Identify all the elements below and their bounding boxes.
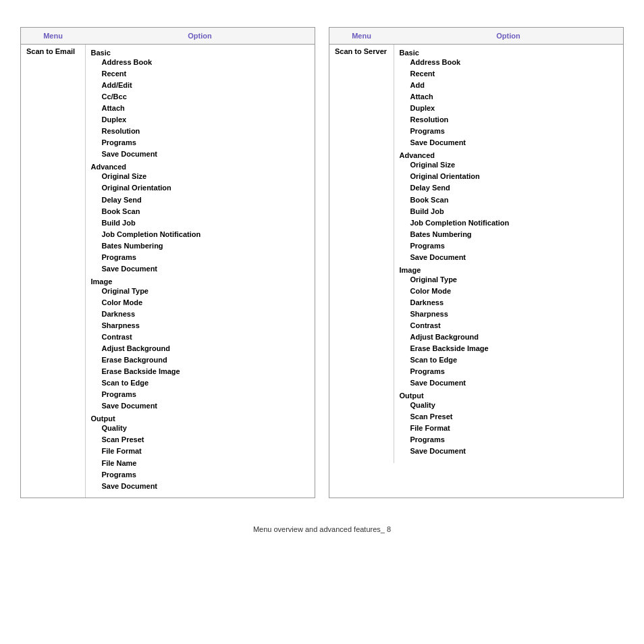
list-item: Original Orientation <box>400 171 618 182</box>
list-item: Address Book <box>400 57 618 68</box>
table1: Menu Option Scan to Email Basic Address … <box>21 28 315 498</box>
list-item: Adjust Background <box>400 331 618 343</box>
list-item: Build Job <box>91 217 310 229</box>
list-item: Original Type <box>91 286 310 297</box>
category-image-1: Image <box>91 277 310 286</box>
list-item: Contrast <box>400 320 618 331</box>
list-item: Contrast <box>91 331 310 343</box>
table-row: Scan to Server Basic Address Book Recent… <box>329 45 623 463</box>
list-item: Programs <box>91 137 310 149</box>
category-output-1: Output <box>91 414 310 423</box>
list-item: Erase Backside Image <box>91 366 310 377</box>
list-item: Quality <box>91 423 310 434</box>
list-item: Add/Edit <box>91 80 310 91</box>
page: Menu Option Scan to Email Basic Address … <box>0 0 644 560</box>
list-item: Delay Send <box>400 182 618 194</box>
list-item: Programs <box>91 389 310 400</box>
table1-wrapper: Menu Option Scan to Email Basic Address … <box>20 27 315 498</box>
list-item: Job Completion Notification <box>400 217 618 229</box>
list-item: Sharpness <box>400 308 618 320</box>
table2-menu-header: Menu <box>329 28 394 45</box>
list-item: Scan Preset <box>400 411 618 423</box>
category-advanced-2: Advanced <box>400 151 618 159</box>
list-item: Save Document <box>91 263 310 275</box>
list-item: Darkness <box>400 297 618 308</box>
option-cell-scan-email: Basic Address Book Recent Add/Edit Cc/Bc… <box>85 45 315 498</box>
table1-menu-header: Menu <box>21 28 85 45</box>
table1-option-header: Option <box>85 28 315 45</box>
table2-wrapper: Menu Option Scan to Server Basic Address… <box>329 27 624 498</box>
list-item: Save Document <box>91 149 310 160</box>
list-item: Programs <box>400 126 618 137</box>
list-item: Original Orientation <box>91 182 310 194</box>
list-item: Attach <box>91 103 310 114</box>
list-item: File Name <box>91 458 310 469</box>
table2: Menu Option Scan to Server Basic Address… <box>329 28 623 463</box>
list-item: File Format <box>400 423 618 434</box>
list-item: Save Document <box>400 252 618 263</box>
list-item: Quality <box>400 400 618 411</box>
table2-option-header: Option <box>394 28 623 45</box>
category-image-2: Image <box>400 266 618 274</box>
list-item: Save Document <box>400 377 618 389</box>
list-item: Bates Numbering <box>91 240 310 252</box>
list-item: Scan to Edge <box>400 354 618 366</box>
list-item: Programs <box>91 469 310 481</box>
list-item: Sharpness <box>91 320 310 331</box>
menu-cell-scan-server: Scan to Server <box>329 45 394 463</box>
list-item: Save Document <box>400 446 618 457</box>
list-item: Erase Background <box>91 354 310 366</box>
category-basic-1: Basic <box>91 49 310 57</box>
menu-cell-scan-email: Scan to Email <box>21 45 85 498</box>
list-item: Resolution <box>400 114 618 126</box>
category-output-2: Output <box>400 392 618 400</box>
list-item: Save Document <box>91 400 310 412</box>
list-item: Job Completion Notification <box>91 229 310 240</box>
list-item: Scan Preset <box>91 434 310 446</box>
list-item: Color Mode <box>91 297 310 308</box>
option-cell-scan-server: Basic Address Book Recent Add Attach Dup… <box>394 45 623 463</box>
list-item: Programs <box>91 252 310 263</box>
list-item: Delay Send <box>91 194 310 206</box>
tables-container: Menu Option Scan to Email Basic Address … <box>20 27 624 498</box>
list-item: Programs <box>400 240 618 252</box>
list-item: Book Scan <box>91 206 310 217</box>
list-item: Adjust Background <box>91 343 310 354</box>
list-item: Erase Backside Image <box>400 343 618 354</box>
list-item: Programs <box>400 434 618 446</box>
list-item: Attach <box>400 91 618 103</box>
list-item: Duplex <box>400 103 618 114</box>
list-item: Color Mode <box>400 286 618 297</box>
list-item: Book Scan <box>400 194 618 206</box>
list-item: Recent <box>91 68 310 80</box>
list-item: Resolution <box>91 126 310 137</box>
list-item: Darkness <box>91 308 310 320</box>
list-item: Save Document <box>91 481 310 492</box>
list-item: Build Job <box>400 206 618 217</box>
category-basic-2: Basic <box>400 49 618 57</box>
list-item: Original Type <box>400 274 618 286</box>
list-item: Duplex <box>91 114 310 126</box>
category-advanced-1: Advanced <box>91 163 310 171</box>
list-item: Bates Numbering <box>400 229 618 240</box>
list-item: Cc/Bcc <box>91 91 310 103</box>
list-item: Recent <box>400 68 618 80</box>
page-footer: Menu overview and advanced features_ 8 <box>20 525 624 533</box>
list-item: Original Size <box>91 171 310 182</box>
list-item: Scan to Edge <box>91 377 310 389</box>
list-item: Original Size <box>400 159 618 171</box>
table-row: Scan to Email Basic Address Book Recent … <box>21 45 315 498</box>
list-item: Save Document <box>400 137 618 149</box>
list-item: File Format <box>91 446 310 457</box>
list-item: Add <box>400 80 618 91</box>
list-item: Programs <box>400 366 618 377</box>
list-item: Address Book <box>91 57 310 68</box>
